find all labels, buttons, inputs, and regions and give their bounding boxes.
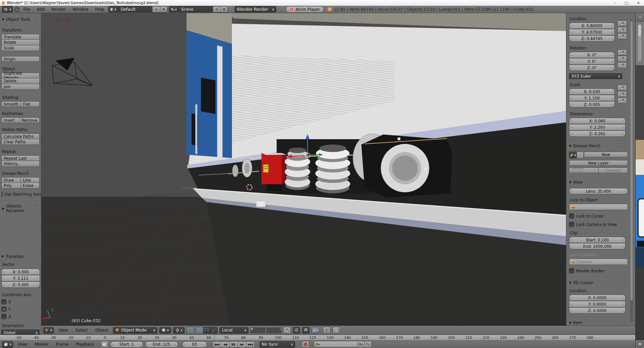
location-x-field[interactable]: ◂X: 0.80000▸ [569, 23, 615, 29]
layer-cell[interactable] [259, 331, 262, 333]
maximize-button[interactable]: □ [625, 1, 628, 5]
render-opengl-anim-button[interactable] [332, 327, 340, 334]
layer-cell[interactable] [253, 327, 256, 330]
transform-orientation-select[interactable]: Local ▲▼ [219, 327, 248, 334]
cursor-x-field[interactable]: ◂X: 0.0000▸ [569, 295, 626, 301]
viewport-shading-select[interactable]: ▲▼ [159, 327, 171, 334]
lock-scale-y-button[interactable] [617, 91, 627, 97]
close-button[interactable]: × [637, 1, 640, 5]
scale-z-field[interactable]: ◂Z: 0.005▸ [569, 101, 615, 108]
cursor-panel-header[interactable]: ▼ 3D Cursor [569, 280, 628, 285]
next-keyframe-button[interactable]: ▶▶ [238, 342, 246, 347]
panel-drag-corner[interactable] [622, 281, 627, 285]
layer-grid-2[interactable] [267, 327, 281, 333]
scene-name[interactable]: Scene [178, 6, 213, 12]
current-frame-playhead[interactable] [214, 335, 215, 340]
add-layout-button[interactable]: ＋ [152, 6, 160, 12]
layer-cell[interactable] [259, 327, 262, 330]
layer-cell[interactable] [256, 331, 259, 333]
viewport-3d[interactable]: fps: 24 (63) Cube.032 y [41, 13, 566, 325]
layer-cell[interactable] [267, 327, 269, 330]
anim-player-button[interactable]: Anim Player [286, 6, 324, 13]
vector-y-field[interactable]: ◂Y: 3.111▸ [1, 275, 40, 281]
item-panel-header[interactable]: ▼ Item [569, 320, 628, 325]
add-scene-button[interactable]: ＋ [213, 6, 220, 12]
insert-keyframe-button[interactable]: Insert [1, 117, 19, 123]
repeat-last-button[interactable]: Repeat Last [1, 155, 40, 161]
gp-datablock-select[interactable]: ▲▼ [569, 152, 576, 158]
layer-cell[interactable] [270, 331, 272, 333]
auto-keyframe-record-button[interactable] [302, 341, 309, 348]
editor-type-selector[interactable]: ▲▼ [2, 341, 13, 348]
orientation-select[interactable]: Global▲▼ [1, 330, 40, 335]
preview-range-button[interactable] [101, 341, 108, 348]
air-spring-left[interactable] [285, 148, 310, 190]
lock-location-x-button[interactable] [617, 21, 627, 27]
lock-location-y-button[interactable] [617, 27, 627, 33]
current-frame-field[interactable]: ◂63▸ [182, 341, 207, 348]
constraint-y-checkbox[interactable]: ✓ [1, 307, 6, 312]
lock-rotation-z-button[interactable] [617, 62, 627, 68]
flat-button[interactable]: Flat [21, 101, 40, 107]
lens-field[interactable]: ◂Lens: 35.000▸ [569, 188, 628, 194]
gp-new-button[interactable]: New [584, 152, 628, 157]
menu-window[interactable]: Window [70, 7, 91, 12]
gp-line-button[interactable]: Line [21, 177, 40, 183]
menu-frame[interactable]: Frame [53, 342, 71, 347]
keying-set-field[interactable] [314, 341, 358, 347]
lock-camera-checkbox[interactable] [569, 222, 574, 227]
smooth-button[interactable]: Smooth [1, 101, 21, 107]
layer-cell[interactable] [273, 327, 275, 330]
calculate-paths-button[interactable]: Calculate Paths [1, 133, 40, 139]
gp-add-button[interactable] [576, 152, 584, 158]
remove-keyframe-button[interactable]: Remove [19, 117, 40, 123]
delete-layout-button[interactable]: ✕ [160, 6, 167, 12]
object-tools-panel-header[interactable]: ▼ Object Tools [2, 17, 40, 22]
menu-object[interactable]: Object [92, 328, 111, 333]
layer-cell[interactable] [263, 331, 265, 333]
layer-grid-1[interactable] [250, 327, 265, 333]
layer-cell[interactable] [273, 331, 275, 333]
collapse-menus-icon[interactable]: − [14, 7, 19, 12]
pivot-point-select[interactable]: ▲▼ [173, 327, 185, 334]
gp-draw-button[interactable]: Draw [1, 177, 21, 183]
rotation-y-field[interactable]: ◂Y: 0°▸ [569, 58, 615, 65]
gp-poly-button[interactable]: Poly [1, 183, 21, 189]
frame-start-field[interactable]: ◂Start: 1▸ [110, 341, 143, 348]
scale-x-field[interactable]: ◂X: 0.030▸ [569, 88, 615, 95]
layer-cell[interactable] [250, 327, 253, 330]
lock-to-object-field[interactable] [569, 204, 628, 210]
scale-button[interactable]: Scale [1, 45, 40, 51]
bogie-frame[interactable] [361, 134, 452, 198]
vector-z-field[interactable]: ◂Z: 0.000▸ [1, 281, 40, 288]
objects-renamer-panel-header[interactable]: ▶ Objects Renamer [2, 204, 40, 213]
location-y-field[interactable]: ◂Y: 4.07500▸ [569, 29, 615, 35]
layer-cell[interactable] [276, 327, 278, 330]
lock-to-cursor-checkbox[interactable] [569, 214, 574, 219]
menu-view[interactable]: View [15, 342, 30, 347]
layer-cell[interactable] [270, 327, 272, 330]
lock-rotation-y-button[interactable] [617, 56, 627, 62]
layer-cell[interactable] [279, 327, 281, 330]
origin-button[interactable]: Origin [1, 56, 40, 62]
layer-cell[interactable] [279, 331, 281, 333]
layer-cell[interactable] [256, 327, 259, 330]
screen-layout-name[interactable]: Default [118, 6, 152, 12]
panel-drag-corner[interactable] [35, 255, 39, 259]
gp-convert-button[interactable]: Convert [599, 167, 628, 173]
manipulator-toggle[interactable] [187, 327, 194, 334]
delete-keyframe-button[interactable] [365, 341, 372, 348]
train-model[interactable] [187, 13, 566, 325]
panel-drag-corner[interactable] [622, 180, 627, 184]
translate-panel-header[interactable]: ▼ Translate [1, 254, 40, 259]
panel-drag-corner[interactable] [34, 204, 39, 208]
panel-drag-corner[interactable] [34, 17, 39, 22]
clip-end-field[interactable]: ◂End: 1000.000▸ [569, 243, 626, 249]
clip-start-field[interactable]: ◂Start: 0.100▸ [569, 237, 626, 243]
menu-help[interactable]: Help [92, 7, 107, 12]
mode-select[interactable]: Object Mode ▲▼ [113, 327, 157, 334]
render-opengl-button[interactable] [323, 327, 330, 334]
menu-playback[interactable]: Playback [73, 342, 97, 347]
manipulator-translate-button[interactable] [196, 327, 203, 334]
snap-element-select[interactable]: ▲▼ [312, 327, 319, 334]
